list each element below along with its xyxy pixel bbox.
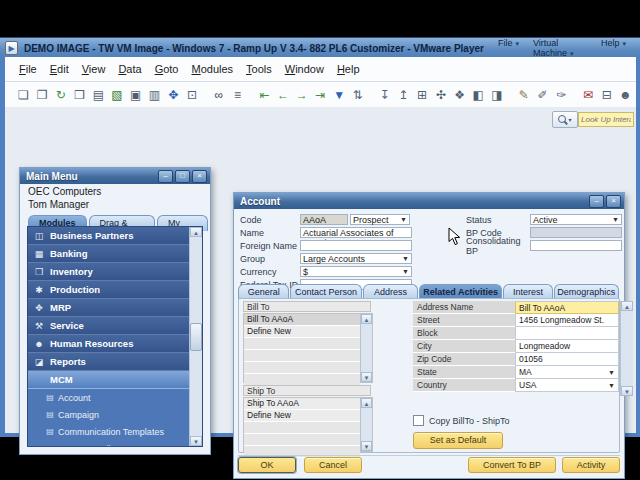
street-field[interactable]: 1456 Longmeadow St.: [515, 314, 619, 327]
copy-billto-shipto-checkbox[interactable]: Copy BillTo - ShipTo: [413, 415, 510, 426]
navigate-icon[interactable]: ✥: [165, 86, 182, 103]
close-icon[interactable]: ×: [606, 195, 621, 208]
foreign-name-field[interactable]: [300, 240, 412, 251]
module-item-banking[interactable]: ▦Banking: [28, 245, 189, 263]
fax-icon[interactable]: ▤: [90, 86, 107, 103]
scroll-down-icon[interactable]: ▼: [190, 436, 202, 446]
module-item-inventory[interactable]: ❒Inventory: [28, 263, 189, 281]
form-settings-icon[interactable]: ✐: [534, 86, 551, 103]
menu-goto[interactable]: Goto: [155, 63, 179, 75]
state-field[interactable]: MA▼: [515, 366, 619, 379]
tab-address[interactable]: Address: [363, 284, 418, 299]
consolidating-bp-field[interactable]: [530, 240, 622, 251]
search-button[interactable]: ▾: [552, 111, 578, 128]
maximize-icon[interactable]: □: [175, 170, 190, 183]
module-item-human-resources[interactable]: ☻Human Resources: [28, 335, 189, 353]
list-item-empty[interactable]: [244, 422, 360, 434]
main-menu-titlebar[interactable]: Main Menu – □ ×: [20, 168, 210, 184]
messages-alert-icon[interactable]: ✉: [580, 86, 597, 103]
module-item-mrp[interactable]: ✥MRP: [28, 299, 189, 317]
scroll-up-icon[interactable]: ▲: [621, 301, 633, 311]
find-icon[interactable]: ∞: [210, 86, 227, 103]
gross-profit-icon[interactable]: ❖: [451, 86, 468, 103]
module-item-mcm[interactable]: MCM: [28, 371, 189, 389]
tab-interest[interactable]: Interest: [503, 284, 552, 299]
scroll-thumb[interactable]: [190, 323, 202, 351]
menu-help[interactable]: Help: [337, 63, 360, 75]
last-record-icon[interactable]: ⇥: [312, 86, 329, 103]
close-icon[interactable]: ×: [192, 170, 207, 183]
list-item-define-new[interactable]: Define New: [244, 326, 360, 338]
block-field[interactable]: [515, 327, 619, 340]
list-item-empty[interactable]: [244, 434, 360, 446]
menu-tools[interactable]: Tools: [246, 63, 272, 75]
tab-related-activities[interactable]: Related Activities: [419, 284, 502, 299]
payment-wizard-icon[interactable]: ✣: [432, 86, 449, 103]
name-field[interactable]: Actuarial Associates of America: [300, 227, 412, 238]
filter-icon[interactable]: ▼: [331, 86, 348, 103]
calculator-icon[interactable]: ⊞: [414, 86, 431, 103]
menu-view[interactable]: View: [82, 63, 106, 75]
print-preview-icon[interactable]: ❏: [15, 86, 32, 103]
address-name-field[interactable]: Bill To AAoA: [515, 301, 619, 314]
menu-window[interactable]: Window: [285, 63, 324, 75]
previous-record-icon[interactable]: ←: [275, 86, 292, 103]
menu-edit[interactable]: Edit: [50, 63, 69, 75]
search-input[interactable]: [578, 112, 634, 127]
tab-general[interactable]: General: [238, 284, 289, 299]
set-as-default-button[interactable]: Set as Default: [413, 432, 503, 449]
scroll-down-icon[interactable]: ▼: [621, 386, 633, 396]
next-record-icon[interactable]: →: [293, 86, 310, 103]
copy-document-icon[interactable]: ▣: [127, 86, 144, 103]
ok-button[interactable]: OK: [238, 457, 296, 473]
module-item-business-partners[interactable]: ◫Business Partners: [28, 227, 189, 245]
customize-icon[interactable]: ✑: [553, 86, 570, 103]
message-log-icon[interactable]: ≡: [229, 86, 246, 103]
scroll-up-icon[interactable]: ▲: [361, 398, 372, 408]
checkbox-icon[interactable]: [413, 415, 424, 426]
calendar-icon[interactable]: ⊟: [598, 86, 615, 103]
activity-button[interactable]: Activity: [562, 457, 620, 473]
convert-to-bp-button[interactable]: Convert To BP: [468, 457, 556, 473]
vmware-menu-help[interactable]: Help▾: [601, 38, 626, 58]
list-item-ship-to-aaoa[interactable]: Ship To AAoA: [244, 398, 360, 410]
import-document-icon[interactable]: ↧: [376, 86, 393, 103]
list-item-empty[interactable]: [244, 362, 360, 374]
menu-file[interactable]: File: [19, 63, 37, 75]
module-item-service[interactable]: ⚒Service: [28, 317, 189, 335]
edit-icon[interactable]: ✎: [515, 86, 532, 103]
cancel-button[interactable]: Cancel: [304, 457, 362, 473]
scroll-up-icon[interactable]: ▲: [361, 314, 372, 324]
vmware-menu-virtual-machine[interactable]: Virtual Machine▾: [533, 38, 587, 58]
ship-to-scrollbar[interactable]: ▲ ▼: [360, 398, 372, 451]
submenu-item-account[interactable]: ▤Account: [28, 389, 189, 406]
print-icon[interactable]: ❐: [34, 86, 51, 103]
module-item-reports[interactable]: ◪Reports: [28, 353, 189, 371]
submenu-item-campaign[interactable]: ▤Campaign: [28, 406, 189, 423]
bill-to-scrollbar[interactable]: ▲ ▼: [360, 314, 372, 382]
vmware-menu-file[interactable]: File▾: [498, 38, 519, 58]
address-scrollbar[interactable]: ▲ ▼: [620, 301, 632, 396]
organization-icon[interactable]: ☻: [617, 86, 634, 103]
refresh-icon[interactable]: ↻: [52, 86, 69, 103]
paste-document-icon[interactable]: ▥: [146, 86, 163, 103]
currency-dropdown[interactable]: $▼: [300, 266, 412, 277]
code-type-dropdown[interactable]: Prospect▼: [350, 214, 410, 225]
export-document-icon[interactable]: ↥: [395, 86, 412, 103]
zip-code-field[interactable]: 01056: [515, 353, 619, 366]
city-field[interactable]: Longmeadow: [515, 340, 619, 353]
export-excel-icon[interactable]: ▧: [109, 86, 126, 103]
scroll-down-icon[interactable]: ▼: [361, 372, 372, 382]
photocopy-icon[interactable]: ❒: [71, 86, 88, 103]
list-item-define-new[interactable]: Define New: [244, 410, 360, 422]
sort-icon[interactable]: ⇅: [349, 86, 366, 103]
submenu-item-communication-templates[interactable]: ▤Communication Templates: [28, 423, 189, 440]
minimize-icon[interactable]: –: [158, 170, 173, 183]
list-item-empty[interactable]: [244, 350, 360, 362]
scroll-down-icon[interactable]: ▼: [361, 441, 372, 451]
account-titlebar[interactable]: Account – ×: [234, 193, 624, 209]
main-menu-scrollbar[interactable]: ▲ ▼: [189, 227, 202, 446]
first-record-icon[interactable]: ⇤: [256, 86, 273, 103]
code-field[interactable]: AAoA: [300, 214, 348, 225]
list-item-bill-to-aaoa[interactable]: Bill To AAoA: [244, 314, 360, 326]
